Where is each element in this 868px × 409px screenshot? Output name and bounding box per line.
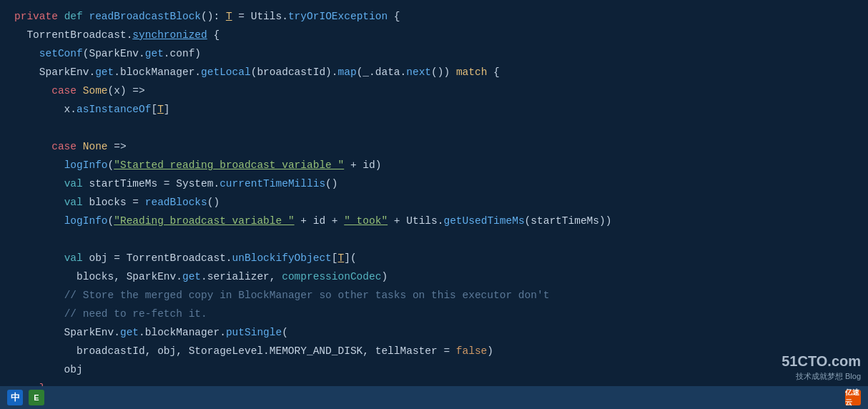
code-line-16: // Store the merged copy in BlockManager… [0, 286, 868, 305]
code-line-12: logInfo("Reading broadcast variable " + … [0, 212, 868, 230]
watermark-main: 51CTO.com [781, 353, 861, 370]
zh-icon[interactable]: 中 [7, 390, 23, 405]
code-line-19: broadcastId, obj, StorageLevel.MEMORY_AN… [0, 342, 868, 360]
code-editor: private def readBroadcastBlock(): T = Ut… [0, 0, 868, 386]
bottom-bar: 中 E 亿速云 [0, 386, 868, 409]
code-line-20: obj [0, 360, 868, 379]
code-line-21: } [0, 379, 868, 386]
cloud-icon[interactable]: 亿速云 [845, 390, 861, 405]
watermark-sub: 技术成就梦想 Blog [796, 371, 861, 382]
code-line-11: val blocks = readBlocks() [0, 193, 868, 212]
bottom-left-section: 中 E [7, 390, 44, 405]
en-icon[interactable]: E [29, 390, 44, 405]
code-line-6: x.asInstanceOf[T] [0, 100, 868, 119]
code-line-1: private def readBroadcastBlock(): T = Ut… [0, 7, 868, 26]
code-line-3: setConf(SparkEnv.get.conf) [0, 44, 868, 63]
watermark: 51CTO.com 技术成就梦想 Blog [781, 353, 861, 382]
code-line-14: val obj = TorrentBroadcast.unBlockifyObj… [0, 249, 868, 267]
code-line-15: blocks, SparkEnv.get.serializer, compres… [0, 267, 868, 286]
code-line-18: SparkEnv.get.blockManager.putSingle( [0, 323, 868, 342]
code-line-13 [0, 230, 868, 249]
bottom-right-icons: 亿速云 [845, 390, 861, 405]
bottom-icons: 中 E [7, 390, 44, 405]
code-line-4: SparkEnv.get.blockManager.getLocal(broad… [0, 63, 868, 82]
code-line-8: case None => [0, 137, 868, 156]
code-line-9: logInfo("Started reading broadcast varia… [0, 156, 868, 174]
code-line-2: TorrentBroadcast.synchronized { [0, 26, 868, 44]
code-line-17: // need to re-fetch it. [0, 305, 868, 323]
code-line-10: val startTimeMs = System.currentTimeMill… [0, 174, 868, 193]
code-line-7 [0, 119, 868, 137]
code-line-5: case Some(x) => [0, 82, 868, 100]
